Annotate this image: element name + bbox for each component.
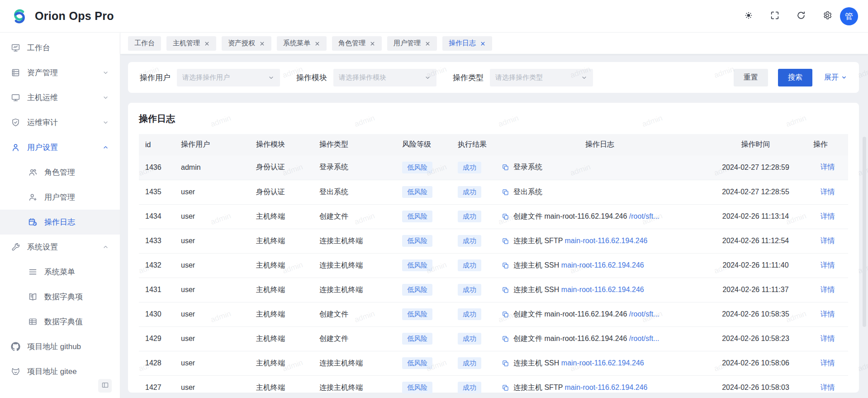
table-row: 1432 user 主机终端 连接主机终端 低风险 成功 连接主机 SSH ma… [139,253,848,278]
sidebar-item[interactable]: 资产管理 [0,60,120,85]
fullscreen-icon [770,10,780,22]
tab[interactable]: 系统菜单 [277,36,327,51]
cell-type: 创建文件 [313,302,396,326]
tab-close-icon[interactable] [480,40,486,46]
detail-link[interactable]: 详情 [821,286,835,293]
refresh-icon [796,10,806,22]
sidebar-item-label: 用户设置 [27,142,58,153]
avatar[interactable]: 管 [840,7,858,25]
log-link[interactable]: main-root-116.62.194.246 [561,261,644,269]
risk-tag: 低风险 [402,162,432,173]
log-link[interactable]: main-root-116.62.194.246 [565,237,648,245]
tab[interactable]: 工作台 [128,36,161,51]
copy-icon[interactable] [502,213,509,221]
tab[interactable]: 操作日志 [442,36,492,51]
table-row: 1427 user 主机终端 连接主机终端 低风险 成功 连接主机 SFTP m… [139,375,848,398]
filter-select[interactable]: 请选择操作用户 [177,69,280,86]
copy-icon[interactable] [502,286,509,294]
log-link[interactable]: /root/sft... [629,212,659,220]
cell-id: 1435 [139,180,175,204]
dashboard-icon [11,43,20,53]
sidebar-item[interactable]: 项目地址 github [0,334,120,359]
sidebar-item[interactable]: 用户设置 [0,135,120,160]
detail-link[interactable]: 详情 [821,212,835,220]
copy-icon[interactable] [502,188,509,196]
filter-label: 操作类型 [453,72,484,83]
sidebar-item-label: 角色管理 [44,167,75,177]
logo-icon [10,7,29,26]
detail-link[interactable]: 详情 [821,188,835,196]
log-link[interactable]: main-root-116.62.194.246 [561,286,644,293]
copy-icon[interactable] [502,311,509,318]
copy-icon[interactable] [502,384,509,392]
filter-actions: 重置 搜索 展开 [734,69,847,86]
log-link[interactable]: main-root-116.62.194.246 [565,384,648,391]
search-button[interactable]: 搜索 [778,69,812,86]
copy-icon[interactable] [502,360,509,367]
tab[interactable]: 角色管理 [332,36,382,51]
sidebar-item-label: 系统设置 [27,242,58,252]
tab-close-icon[interactable] [204,40,210,46]
filter-select[interactable]: 请选择操作模块 [333,69,436,86]
cell-user: user [175,326,250,351]
log-text: 创建文件 main-root-116.62.194.246 /root/sft.… [513,212,659,221]
tab-label: 工作台 [134,39,155,48]
cell-id: 1427 [139,375,175,398]
sidebar-item[interactable]: 系统设置 [0,235,120,259]
tab[interactable]: 资产授权 [222,36,271,51]
detail-link[interactable]: 详情 [821,163,835,171]
reset-button[interactable]: 重置 [734,69,768,86]
expand-button[interactable]: 展开 [824,73,847,82]
chevron-down-icon [841,74,847,81]
risk-tag: 低风险 [402,308,432,320]
detail-link[interactable]: 详情 [821,384,835,391]
log-link[interactable]: /root/sft... [629,310,659,318]
sidebar-item[interactable]: 数据字典项 [0,284,120,309]
sidebar-item-label: 数据字典项 [44,292,83,302]
detail-link[interactable]: 详情 [821,237,835,245]
cell-type: 创建文件 [313,204,396,229]
tab[interactable]: 用户管理 [387,36,437,51]
tab-close-icon[interactable] [259,40,265,46]
detail-link[interactable]: 详情 [821,359,835,367]
detail-link[interactable]: 详情 [821,335,835,342]
detail-link[interactable]: 详情 [821,261,835,269]
sidebar-item[interactable]: 数据字典值 [0,309,120,334]
copy-icon[interactable] [502,237,509,245]
sidebar-item[interactable]: 主机运维 [0,85,120,110]
header-action-button[interactable] [739,6,759,26]
vertical-scrollbar[interactable] [863,137,866,327]
column-header: 操作 [807,134,848,155]
top-header: Orion Ops Pro 管 [0,0,868,33]
sidebar-item-label: 资产管理 [27,67,58,78]
cell-user: user [175,302,250,326]
copy-icon[interactable] [502,262,509,269]
detail-link[interactable]: 详情 [821,310,835,318]
log-text: 连接主机 SSH main-root-116.62.194.246 [513,261,644,270]
filter-select[interactable]: 请选择操作类型 [490,69,593,86]
log-link[interactable]: /root/sft... [629,335,659,342]
tab[interactable]: 主机管理 [166,36,216,51]
sidebar-item[interactable]: 运维审计 [0,110,120,135]
risk-tag: 低风险 [402,357,432,369]
header-action-button[interactable] [765,6,785,26]
tab-close-icon[interactable] [314,40,320,46]
sidebar-item[interactable]: 用户管理 [0,185,120,210]
tab-close-icon[interactable] [425,40,431,46]
header-action-button[interactable] [791,6,811,26]
sidebar-item[interactable]: 操作日志 [0,210,120,235]
cell-module: 主机终端 [250,326,313,351]
sidebar-item[interactable]: 系统菜单 [0,259,120,284]
dict-table-icon [28,317,38,326]
cell-type: 连接主机终端 [313,351,396,375]
cell-user: user [175,375,250,398]
sidebar-item[interactable]: 角色管理 [0,160,120,185]
collapse-sidebar-button[interactable] [98,379,112,393]
cell-id: 1429 [139,326,175,351]
header-action-button[interactable] [817,6,837,26]
tab-close-icon[interactable] [370,40,375,46]
copy-icon[interactable] [502,335,509,343]
log-link[interactable]: main-root-116.62.194.246 [561,359,644,367]
copy-icon[interactable] [502,163,509,171]
sidebar-item[interactable]: 工作台 [0,35,120,60]
